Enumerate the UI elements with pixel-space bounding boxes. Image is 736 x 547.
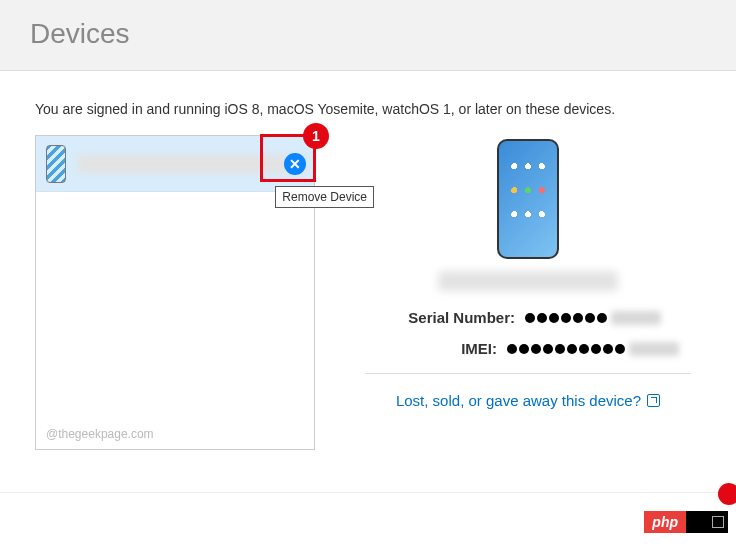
watermark-text: @thegeekpage.com	[46, 427, 154, 441]
device-name-blurred	[78, 155, 304, 173]
brand-icon	[686, 511, 728, 533]
close-icon: ✕	[289, 157, 301, 171]
main-row: ✕ 1 Remove Device @thegeekpage.com Seria…	[35, 135, 701, 450]
lost-device-link[interactable]: Lost, sold, or gave away this device?	[396, 392, 660, 409]
page-header: Devices	[0, 0, 736, 71]
intro-text: You are signed in and running iOS 8, mac…	[35, 101, 701, 117]
remove-device-tooltip: Remove Device	[275, 186, 374, 208]
source-brand-badge: php	[644, 511, 728, 533]
brand-text: php	[644, 511, 686, 533]
device-detail-pane: Serial Number: IMEI: Lost, sold, or gave…	[355, 135, 701, 450]
serial-value-masked	[525, 311, 661, 325]
device-list-item[interactable]: ✕ 1 Remove Device	[36, 136, 314, 192]
annotation-badge-2	[718, 483, 736, 505]
lost-device-link-text: Lost, sold, or gave away this device?	[396, 392, 641, 409]
serial-row: Serial Number:	[355, 309, 701, 326]
imei-label: IMEI:	[377, 340, 497, 357]
remove-device-button[interactable]: ✕	[284, 153, 306, 175]
page-title: Devices	[30, 18, 706, 50]
device-name-large-blurred	[438, 271, 618, 291]
content-area: You are signed in and running iOS 8, mac…	[0, 71, 736, 460]
detail-divider	[365, 373, 691, 374]
device-thumbnail-icon	[46, 145, 66, 183]
imei-value-masked	[507, 342, 679, 356]
device-list: ✕ 1 Remove Device @thegeekpage.com	[35, 135, 315, 450]
device-image-large	[497, 139, 559, 259]
serial-label: Serial Number:	[395, 309, 515, 326]
external-link-icon	[647, 394, 660, 407]
imei-row: IMEI:	[355, 340, 701, 357]
footer-separator	[0, 492, 736, 493]
annotation-badge: 1	[303, 123, 329, 149]
